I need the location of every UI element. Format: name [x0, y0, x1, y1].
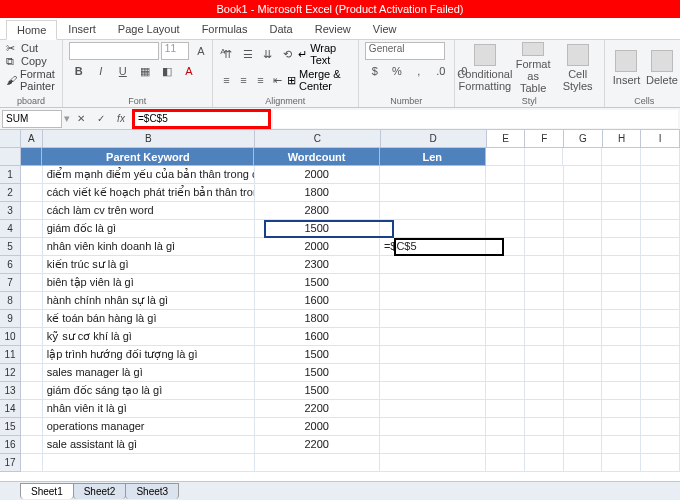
cell-len[interactable]: [380, 418, 486, 436]
percent-button[interactable]: %: [387, 62, 407, 80]
col-header-c[interactable]: C: [255, 130, 381, 147]
cell-len[interactable]: [380, 184, 486, 202]
increase-decimal-button[interactable]: .0: [431, 62, 451, 80]
copy-button[interactable]: ⧉Copy: [6, 55, 56, 67]
cut-button[interactable]: ✂Cut: [6, 42, 56, 54]
col-header-f[interactable]: F: [525, 130, 564, 147]
tab-page-layout[interactable]: Page Layout: [107, 19, 191, 39]
row-header[interactable]: 7: [0, 274, 21, 292]
row-header[interactable]: [0, 148, 21, 166]
cell-wordcount[interactable]: 1500: [255, 382, 380, 400]
cell-wordcount[interactable]: 1800: [255, 184, 380, 202]
sheet-tab-1[interactable]: Sheet1: [20, 483, 74, 499]
row-header[interactable]: 15: [0, 418, 21, 436]
row-header[interactable]: 2: [0, 184, 21, 202]
conditional-formatting-button[interactable]: Conditional Formatting: [461, 42, 509, 94]
tab-home[interactable]: Home: [6, 20, 57, 40]
cell-wordcount[interactable]: 2000: [255, 166, 380, 184]
cell-keyword[interactable]: giám đốc sáng tạo là gì: [43, 382, 255, 400]
namebox-dropdown-icon[interactable]: ▾: [64, 112, 70, 125]
delete-cells-button[interactable]: Delete: [646, 42, 678, 94]
col-header-i[interactable]: I: [641, 130, 680, 147]
cell-wordcount[interactable]: 2000: [255, 418, 380, 436]
sheet-tab-2[interactable]: Sheet2: [73, 483, 127, 499]
cell-len[interactable]: [380, 256, 486, 274]
sheet-tab-3[interactable]: Sheet3: [125, 483, 179, 499]
cell-keyword[interactable]: lập trình hướng đối tượng là gì: [43, 346, 255, 364]
cell-wordcount[interactable]: 1600: [255, 292, 380, 310]
row-header[interactable]: 12: [0, 364, 21, 382]
formula-input[interactable]: [132, 109, 271, 129]
bold-button[interactable]: B: [69, 62, 89, 80]
insert-cells-button[interactable]: Insert: [611, 42, 642, 94]
select-all-corner[interactable]: [0, 130, 21, 147]
cell-len[interactable]: [380, 292, 486, 310]
cell-keyword[interactable]: biên tập viên là gì: [43, 274, 255, 292]
cell-len[interactable]: [380, 310, 486, 328]
align-middle-button[interactable]: ☰: [239, 45, 257, 63]
cell-keyword[interactable]: kiến trúc sư là gì: [43, 256, 255, 274]
font-color-button[interactable]: A: [179, 62, 199, 80]
cell-len[interactable]: [380, 220, 486, 238]
fx-icon[interactable]: fx: [112, 111, 130, 127]
row-header[interactable]: 8: [0, 292, 21, 310]
cell-len[interactable]: [380, 346, 486, 364]
col-header-h[interactable]: H: [603, 130, 642, 147]
tab-insert[interactable]: Insert: [57, 19, 107, 39]
cell-wordcount[interactable]: 1800: [255, 310, 380, 328]
cell-wordcount[interactable]: 1500: [255, 346, 380, 364]
cell-keyword[interactable]: hành chính nhân sự là gì: [43, 292, 255, 310]
currency-button[interactable]: $: [365, 62, 385, 80]
cell-styles-button[interactable]: Cell Styles: [557, 42, 598, 94]
row-header[interactable]: 11: [0, 346, 21, 364]
cell-wordcount[interactable]: 2200: [255, 436, 380, 454]
underline-button[interactable]: U: [113, 62, 133, 80]
cell-len[interactable]: [380, 202, 486, 220]
align-top-button[interactable]: ⇈: [219, 45, 237, 63]
row-header[interactable]: 1: [0, 166, 21, 184]
cell-len[interactable]: [380, 400, 486, 418]
row-header[interactable]: 9: [0, 310, 21, 328]
cell-keyword[interactable]: cách làm cv trên word: [43, 202, 255, 220]
cell-wordcount[interactable]: 2300: [255, 256, 380, 274]
tab-review[interactable]: Review: [304, 19, 362, 39]
enter-formula-button[interactable]: ✓: [92, 111, 110, 127]
cell-wordcount[interactable]: 1500: [255, 220, 380, 238]
cell-len[interactable]: [380, 382, 486, 400]
col-header-e[interactable]: E: [487, 130, 526, 147]
number-format-select[interactable]: General: [365, 42, 445, 60]
fill-color-button[interactable]: ◧: [157, 62, 177, 80]
cell-keyword[interactable]: kế toán bán hàng là gì: [43, 310, 255, 328]
row-header[interactable]: 5: [0, 238, 21, 256]
align-bottom-button[interactable]: ⇊: [259, 45, 277, 63]
cell-len[interactable]: =$C$5: [380, 238, 486, 256]
format-painter-button[interactable]: 🖌Format Painter: [6, 68, 56, 92]
cell-keyword[interactable]: kỹ sư cơ khí là gì: [43, 328, 255, 346]
cell-wordcount[interactable]: 1500: [255, 274, 380, 292]
cell-wordcount[interactable]: 2800: [255, 202, 380, 220]
border-button[interactable]: ▦: [135, 62, 155, 80]
italic-button[interactable]: I: [91, 62, 111, 80]
cell-wordcount[interactable]: 2000: [255, 238, 380, 256]
row-header[interactable]: 13: [0, 382, 21, 400]
row-header[interactable]: 6: [0, 256, 21, 274]
cell-keyword[interactable]: [43, 454, 255, 472]
align-right-button[interactable]: ≡: [253, 71, 268, 89]
cell-keyword[interactable]: sale assistant là gì: [43, 436, 255, 454]
cell-wordcount[interactable]: [255, 454, 380, 472]
font-family-select[interactable]: [69, 42, 159, 60]
align-left-button[interactable]: ≡: [219, 71, 234, 89]
cell-keyword[interactable]: cách viết kế hoạch phát triển bản thân t…: [43, 184, 255, 202]
wrap-text-button[interactable]: ↵Wrap Text: [298, 42, 352, 66]
tab-view[interactable]: View: [362, 19, 408, 39]
spreadsheet-grid[interactable]: Parent Keyword Wordcount Len 1điểm mạnh …: [0, 148, 680, 472]
tab-data[interactable]: Data: [258, 19, 303, 39]
tab-formulas[interactable]: Formulas: [191, 19, 259, 39]
comma-button[interactable]: ,: [409, 62, 429, 80]
align-center-button[interactable]: ≡: [236, 71, 251, 89]
grow-font-button[interactable]: A: [191, 42, 211, 60]
cell-len[interactable]: [380, 454, 486, 472]
col-header-g[interactable]: G: [564, 130, 603, 147]
row-header[interactable]: 10: [0, 328, 21, 346]
orientation-button[interactable]: ⟲: [278, 45, 296, 63]
